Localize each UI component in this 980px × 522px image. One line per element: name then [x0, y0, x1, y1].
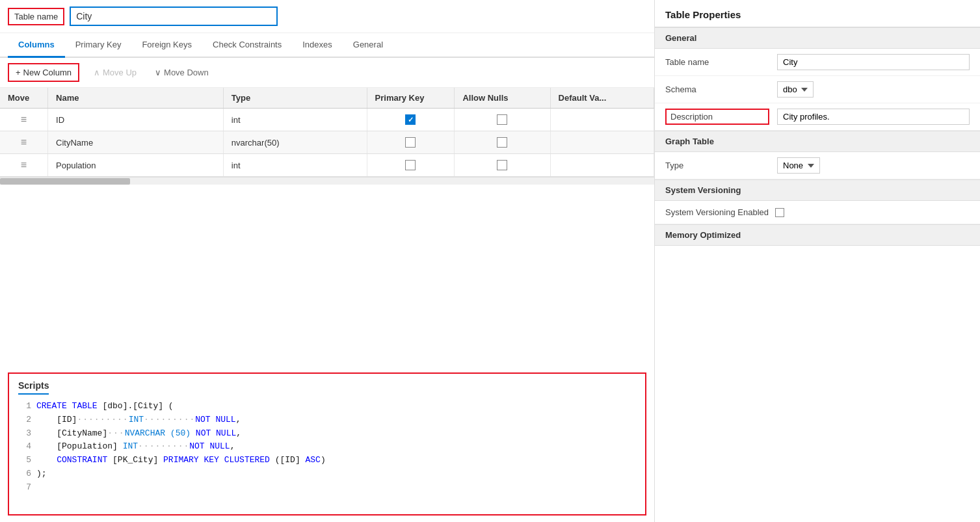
col-default-cell[interactable] [550, 109, 654, 131]
row-move-handle[interactable]: ≡ [21, 114, 27, 125]
general-section-header: General [655, 27, 980, 49]
scroll-thumb[interactable] [0, 178, 130, 185]
col-header-default: Default Va... [550, 88, 654, 109]
col-name-cell[interactable]: Population [48, 154, 224, 177]
tab-general[interactable]: General [343, 33, 393, 58]
memory-optimized-header: Memory Optimized [655, 224, 980, 246]
table-row: ≡ Population int [0, 154, 654, 177]
right-panel-title: Table Properties [655, 0, 980, 27]
code-line-7: 7 [18, 481, 636, 495]
allow-nulls-checkbox[interactable] [497, 114, 507, 125]
code-line-6: 6 ); [18, 467, 636, 481]
code-area[interactable]: 1 CREATE TABLE [dbo].[City] ( 2 [ID]····… [18, 400, 636, 504]
new-column-button[interactable]: + New Column [8, 63, 79, 82]
system-versioning-row: System Versioning Enabled [655, 201, 980, 224]
graph-table-section-header: Graph Table [655, 131, 980, 152]
table-row: ≡ ID int [0, 109, 654, 131]
scripts-title: Scripts [18, 380, 49, 395]
columns-toolbar: + New Column ∧ Move Up ∨ Move Down [0, 58, 654, 88]
line-number: 4 [18, 440, 31, 454]
table-name-label: Table name [8, 8, 64, 25]
col-header-pk: Primary Key [367, 88, 455, 109]
code-content: [CityName]···NVARCHAR (50) NOT NULL, [36, 427, 241, 441]
tab-indexes[interactable]: Indexes [292, 33, 343, 58]
col-type-cell[interactable]: nvarchar(50) [223, 131, 367, 154]
col-header-move: Move [0, 88, 48, 109]
description-prop-input[interactable] [777, 109, 970, 125]
table-name-input[interactable] [70, 7, 278, 26]
code-content: CONSTRAINT [PK_City] PRIMARY KEY CLUSTER… [36, 454, 326, 467]
table-row: ≡ CityName nvarchar(50) [0, 131, 654, 154]
allow-nulls-checkbox[interactable] [497, 137, 507, 148]
primary-key-checkbox[interactable] [405, 137, 416, 148]
type-prop-label: Type [665, 161, 769, 170]
primary-key-checkbox[interactable] [405, 114, 416, 125]
primary-key-checkbox[interactable] [405, 160, 416, 170]
schema-prop-row: Schema dbo [655, 76, 980, 103]
description-prop-label: Description [665, 109, 769, 125]
plus-icon: + [16, 68, 21, 77]
code-content: [ID]·········INT·········NOT NULL, [36, 413, 241, 427]
tab-columns[interactable]: Columns [8, 33, 65, 58]
allow-nulls-checkbox[interactable] [497, 160, 507, 170]
col-name-cell[interactable]: CityName [48, 131, 224, 154]
graph-table-section: Graph Table Type None [655, 131, 980, 179]
line-number: 3 [18, 427, 31, 441]
table-name-prop-label: Table name [665, 57, 769, 67]
tab-primary-key[interactable]: Primary Key [65, 33, 132, 58]
code-line-1: 1 CREATE TABLE [dbo].[City] ( [18, 400, 636, 413]
memory-optimized-section: Memory Optimized [655, 224, 980, 246]
line-number: 6 [18, 467, 31, 481]
system-versioning-section: System Versioning System Versioning Enab… [655, 179, 980, 224]
col-type-cell[interactable]: int [223, 154, 367, 177]
move-down-label: Move Down [164, 68, 209, 77]
chevron-down-icon: ∨ [155, 68, 161, 77]
columns-table: Move Name Type Primary Key Allow Nulls D… [0, 88, 654, 177]
code-line-4: 4 [Population] INT·········NOT NULL, [18, 440, 636, 454]
row-move-handle[interactable]: ≡ [21, 137, 27, 148]
type-prop-row: Type None [655, 152, 980, 179]
move-down-button[interactable]: ∨ Move Down [151, 65, 213, 80]
code-line-3: 3 [CityName]···NVARCHAR (50) NOT NULL, [18, 427, 636, 441]
col-type-cell[interactable]: int [223, 109, 367, 131]
code-content: [Population] INT·········NOT NULL, [36, 440, 235, 454]
tabs-bar: Columns Primary Key Foreign Keys Check C… [0, 33, 654, 58]
table-name-prop-row: Table name [655, 49, 980, 76]
system-versioning-header: System Versioning [655, 179, 980, 201]
schema-select[interactable]: dbo [777, 81, 814, 98]
move-up-button[interactable]: ∧ Move Up [90, 65, 140, 80]
scripts-panel: Scripts 1 CREATE TABLE [dbo].[City] ( 2 … [8, 372, 646, 515]
tab-foreign-keys[interactable]: Foreign Keys [131, 33, 202, 58]
line-number: 7 [18, 481, 31, 495]
horizontal-scrollbar[interactable] [0, 177, 654, 185]
col-default-cell[interactable] [550, 131, 654, 154]
row-move-handle[interactable]: ≡ [21, 159, 27, 170]
graph-type-select[interactable]: None [777, 157, 820, 174]
right-panel: Table Properties General Table name Sche… [655, 0, 980, 522]
chevron-up-icon: ∧ [94, 68, 100, 77]
move-up-label: Move Up [103, 68, 137, 77]
line-number: 2 [18, 413, 31, 427]
col-header-type: Type [223, 88, 367, 109]
tab-check-constraints[interactable]: Check Constraints [202, 33, 292, 58]
system-versioning-label: System Versioning Enabled [665, 207, 769, 217]
code-content: ); [36, 467, 47, 481]
code-line-5: 5 CONSTRAINT [PK_City] PRIMARY KEY CLUST… [18, 454, 636, 467]
description-prop-row: Description [655, 103, 980, 131]
new-column-label: New Column [23, 68, 72, 77]
table-name-prop-input[interactable] [777, 54, 970, 70]
col-header-name: Name [48, 88, 224, 109]
schema-prop-label: Schema [665, 85, 769, 94]
col-default-cell[interactable] [550, 154, 654, 177]
line-number: 5 [18, 454, 31, 467]
col-name-cell[interactable]: ID [48, 109, 224, 131]
columns-table-wrapper: Move Name Type Primary Key Allow Nulls D… [0, 88, 654, 366]
code-content: CREATE TABLE [dbo].[City] ( [36, 400, 174, 413]
line-number: 1 [18, 400, 31, 413]
col-header-nulls: Allow Nulls [455, 88, 550, 109]
system-versioning-checkbox[interactable] [775, 208, 784, 217]
code-line-2: 2 [ID]·········INT·········NOT NULL, [18, 413, 636, 427]
general-section: General Table name Schema dbo Descriptio… [655, 27, 980, 131]
